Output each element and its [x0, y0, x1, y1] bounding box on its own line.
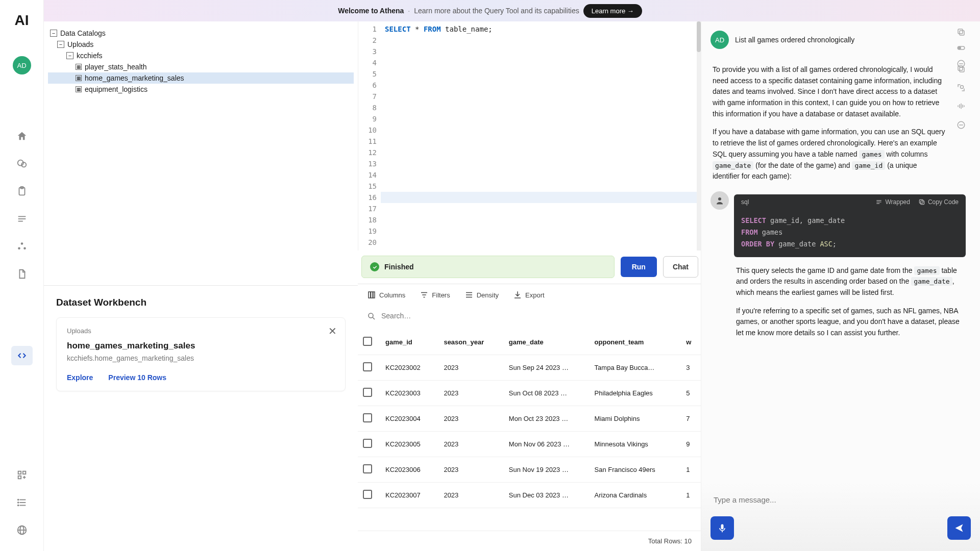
menu-list-icon[interactable] [16, 497, 28, 508]
home-icon[interactable] [16, 131, 28, 142]
table-row[interactable]: KC20230032023Sun Oct 08 2023 …Philadelph… [358, 381, 701, 406]
dataset-name: home_games_marketing_sales [67, 341, 335, 351]
svg-point-51 [718, 197, 721, 201]
row-checkbox[interactable] [363, 439, 372, 448]
dataset-path: kcchiefs.home_games_marketing_sales [67, 354, 335, 362]
table-row[interactable]: KC20230062023Sun Nov 19 2023 …San Franci… [358, 457, 701, 483]
send-button[interactable] [947, 516, 971, 540]
svg-point-18 [17, 499, 18, 500]
copy-icon[interactable] [957, 28, 966, 38]
column-header[interactable]: season_year [438, 330, 503, 355]
svg-rect-55 [921, 201, 924, 205]
run-button[interactable]: Run [621, 257, 657, 277]
svg-point-33 [369, 313, 373, 318]
table-icon: ▦ [76, 75, 82, 81]
svg-rect-56 [919, 199, 923, 203]
row-checkbox[interactable] [363, 413, 372, 422]
table-row[interactable]: KC20230052023Mon Nov 06 2023 …Minnesota … [358, 432, 701, 457]
svg-line-34 [373, 317, 375, 319]
list-icon[interactable] [16, 213, 28, 224]
table-row[interactable]: KC20230042023Mon Oct 23 2023 …Miami Dolp… [358, 406, 701, 432]
tree-table[interactable]: ▦equipment_logistics [48, 84, 354, 95]
row-checkbox[interactable] [363, 490, 372, 499]
table-icon: ▦ [76, 64, 82, 70]
chat-button[interactable]: Chat [663, 256, 698, 278]
close-icon[interactable]: ✕ [328, 325, 337, 337]
ai-message: To provide you with a list of all games … [710, 64, 966, 182]
editor-scrollbar[interactable] [697, 21, 701, 251]
audio-icon[interactable] [957, 102, 966, 114]
search-input[interactable] [380, 309, 493, 323]
tree-label: Data Catalogs [60, 29, 106, 37]
toggle-icon[interactable] [957, 43, 966, 54]
grid-add-icon[interactable] [16, 469, 28, 481]
row-checkbox[interactable] [363, 362, 372, 371]
svg-point-20 [17, 505, 18, 506]
tree-table[interactable]: ▦player_stats_health [48, 61, 354, 72]
copy-code-button[interactable]: Copy Code [918, 198, 959, 206]
success-icon [370, 262, 379, 271]
table-row[interactable]: KC20230022023Sun Sep 24 2023 …Tampa Bay … [358, 355, 701, 381]
code-block: sql Wrapped Copy Code SELECT game_id, ga… [734, 194, 966, 257]
expand-icon[interactable] [957, 83, 966, 96]
tree-uploads[interactable]: −Uploads [48, 39, 354, 50]
select-all-checkbox[interactable] [363, 337, 372, 346]
inline-code: game_date [911, 277, 952, 286]
tree-label: kcchiefs [77, 52, 103, 60]
collapse-icon[interactable]: − [66, 52, 74, 59]
svg-rect-11 [22, 471, 26, 474]
tree-root[interactable]: −Data Catalogs [48, 28, 354, 39]
column-header[interactable]: game_id [380, 330, 438, 355]
banner-title: Welcome to Athena [338, 7, 404, 15]
clipboard-icon[interactable] [16, 186, 28, 197]
density-button[interactable]: Density [464, 290, 499, 299]
filters-button[interactable]: Filters [420, 290, 450, 299]
svg-point-19 [17, 502, 18, 503]
column-header[interactable]: opponent_team [590, 330, 681, 355]
column-header[interactable]: w [681, 330, 701, 355]
table-header-row: game_id season_year game_date opponent_t… [358, 330, 701, 355]
document-icon[interactable] [16, 268, 28, 280]
welcome-banner: Welcome to Athena · Learn more about the… [0, 0, 980, 21]
svg-rect-35 [960, 31, 964, 35]
tree-schema[interactable]: −kcchiefs [48, 50, 354, 61]
learn-more-button[interactable]: Learn more → [583, 4, 642, 18]
tree-label: player_stats_health [85, 63, 146, 71]
editor-code[interactable]: SELECT * FROM table_name; [381, 21, 701, 251]
dataset-workbench: Dataset Workbench ✕ Uploads home_games_m… [44, 285, 358, 551]
tree-label: home_games_marketing_sales [85, 74, 184, 82]
wrap-button[interactable]: Wrapped [875, 198, 910, 206]
user-avatar[interactable]: AD [13, 56, 31, 74]
row-checkbox[interactable] [363, 388, 372, 397]
user-message: AD List all games ordered chronologicall… [710, 31, 966, 49]
code-icon[interactable] [11, 346, 33, 365]
chat-input[interactable] [710, 488, 971, 516]
svg-rect-12 [18, 476, 21, 479]
code-content: SELECT game_id, game_date FROM games ORD… [734, 210, 966, 257]
row-checkbox[interactable] [363, 464, 372, 473]
inline-code: game_date [713, 161, 753, 170]
banner-text: Learn more about the Query Tool and its … [414, 7, 579, 15]
mic-button[interactable] [710, 516, 734, 540]
chat-bubbles-icon[interactable] [16, 158, 28, 169]
inline-code: games [914, 266, 939, 275]
sql-editor[interactable]: 1234567891011121314151617181920 SELECT *… [358, 21, 701, 251]
table-row[interactable]: KC20230072023Sun Dec 03 2023 …Arizona Ca… [358, 483, 701, 508]
explore-button[interactable]: Explore [67, 373, 93, 382]
tree-table[interactable]: ▦home_games_marketing_sales [48, 72, 354, 84]
export-button[interactable]: Export [513, 290, 545, 299]
ai-paragraph: This query selects the game ID and game … [736, 265, 961, 298]
collapse-icon[interactable]: − [50, 30, 57, 37]
column-header[interactable]: game_date [504, 330, 590, 355]
results-table: game_id season_year game_date opponent_t… [358, 330, 701, 508]
copy-icon[interactable] [957, 64, 966, 77]
collapse-icon[interactable]: − [57, 41, 64, 48]
globe-icon[interactable] [16, 524, 28, 536]
tree-label: Uploads [67, 40, 93, 48]
nodes-icon[interactable] [16, 241, 28, 252]
preview-button[interactable]: Preview 10 Rows [108, 373, 166, 382]
remove-icon[interactable] [957, 120, 966, 133]
columns-button[interactable]: Columns [367, 290, 405, 299]
svg-point-43 [961, 85, 964, 88]
side-rail: AI AD [0, 0, 44, 551]
